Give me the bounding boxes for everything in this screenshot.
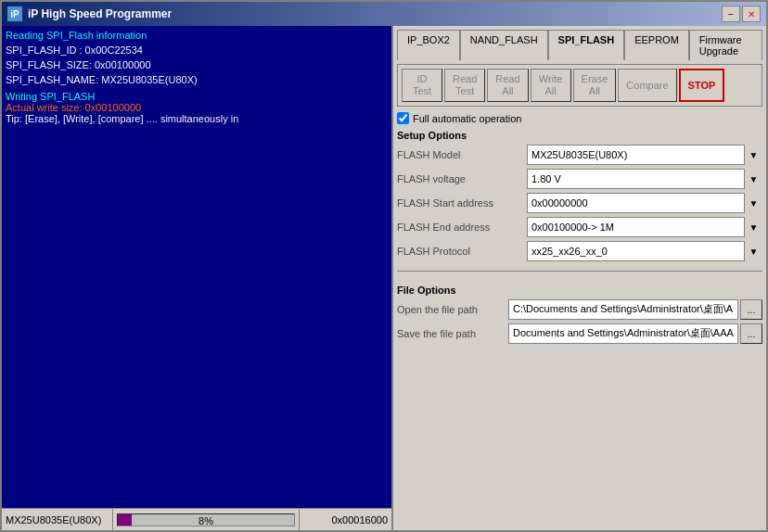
main-window: iP iP High Speed Programmer − ✕ Reading … (0, 0, 768, 532)
flash-end-label: FLASH End address (397, 222, 527, 233)
left-panel: Reading SPI_Flash information SPI_FLASH_… (2, 26, 391, 530)
save-file-browse-button[interactable]: ... (740, 323, 762, 344)
log-line2: SPI_FLASH_SIZE: 0x00100000 (6, 57, 388, 72)
tab-eeprom[interactable]: EEPROM (624, 30, 689, 60)
open-file-path: C:\Documents and Settings\Administrator\… (508, 299, 738, 320)
status-left: MX25U8035E(U80X) (2, 509, 113, 530)
flash-voltage-wrapper: 1.80 V ▼ (527, 169, 762, 189)
flash-model-group: FLASH Model MX25U8035E(U80X) ▼ (397, 145, 762, 165)
read-test-button[interactable]: Read Test (444, 69, 485, 102)
flash-protocol-wrapper: xx25_xx26_xx_0 ▼ (527, 241, 762, 261)
file-options-section: File Options Open the file path C:\Docum… (397, 285, 762, 348)
flash-voltage-label: FLASH voltage (397, 173, 527, 184)
progress-bar: 8% (117, 513, 295, 526)
save-file-group: Save the file path Documents and Setting… (397, 323, 762, 344)
erase-all-button[interactable]: Erase All (573, 69, 617, 102)
title-bar: iP iP High Speed Programmer − ✕ (2, 2, 766, 26)
right-panel: IP_BOX2 NAND_FLASH SPI_FLASH EEPROM Firm… (391, 26, 766, 530)
separator (397, 271, 762, 272)
stop-button[interactable]: STOP (679, 69, 725, 102)
log-area: Reading SPI_Flash information SPI_FLASH_… (2, 26, 391, 508)
flash-model-select[interactable]: MX25U8035E(U80X) (527, 145, 762, 165)
log-line1: SPI_FLASH_ID : 0x00C22534 (6, 43, 388, 57)
window-title: iP High Speed Programmer (28, 7, 716, 20)
flash-protocol-select[interactable]: xx25_xx26_xx_0 (527, 241, 762, 261)
flash-end-wrapper: 0x00100000-> 1M ▼ (527, 217, 762, 237)
flash-start-label: FLASH Start address (397, 197, 527, 209)
flash-protocol-group: FLASH Protocol xx25_xx26_xx_0 ▼ (397, 241, 762, 261)
write-all-button[interactable]: Write All (531, 69, 571, 102)
full-auto-row: Full automatic operation (397, 112, 762, 124)
flash-end-group: FLASH End address 0x00100000-> 1M ▼ (397, 217, 762, 237)
file-options-label: File Options (397, 285, 762, 296)
status-bar: MX25U8035E(U80X) 8% 0x00016000 (2, 508, 391, 530)
log-line3: SPI_FLASH_NAME: MX25U8035E(U80X) (6, 72, 388, 87)
status-right: 0x00016000 (299, 509, 391, 530)
flash-start-group: FLASH Start address 0x00000000 ▼ (397, 193, 762, 213)
open-file-group: Open the file path C:\Documents and Sett… (397, 299, 762, 320)
log-actual-size: Actual write size: 0x00100000 (6, 102, 388, 113)
save-file-path: Documents and Settings\Administrator\桌面\… (508, 323, 738, 344)
flash-voltage-select[interactable]: 1.80 V (527, 169, 762, 189)
tab-ip-box2[interactable]: IP_BOX2 (397, 30, 460, 60)
flash-model-wrapper: MX25U8035E(U80X) ▼ (527, 145, 762, 165)
app-icon: iP (7, 6, 22, 21)
flash-protocol-label: FLASH Protocol (397, 246, 527, 257)
flash-voltage-group: FLASH voltage 1.80 V ▼ (397, 169, 762, 189)
save-file-label: Save the file path (397, 328, 508, 339)
read-all-button[interactable]: Read All (487, 69, 528, 102)
window-controls: − ✕ (722, 6, 761, 22)
full-auto-label: Full automatic operation (413, 113, 521, 124)
action-buttons-bar: ID Test Read Test Read All Write All Era… (397, 64, 762, 107)
flash-model-label: FLASH Model (397, 149, 527, 160)
log-tip: Tip: [Erase], [Write], [compare] .... si… (6, 113, 388, 124)
tab-spi-flash[interactable]: SPI_FLASH (548, 30, 625, 60)
tab-nand-flash[interactable]: NAND_FLASH (460, 30, 548, 60)
compare-button[interactable]: Compare (618, 69, 676, 102)
setup-options-label: Setup Options (397, 130, 762, 141)
close-button[interactable]: ✕ (742, 6, 761, 22)
main-content: Reading SPI_Flash information SPI_FLASH_… (2, 26, 766, 530)
tab-bar: IP_BOX2 NAND_FLASH SPI_FLASH EEPROM Firm… (397, 30, 762, 60)
full-auto-checkbox[interactable] (397, 112, 409, 124)
flash-end-select[interactable]: 0x00100000-> 1M (527, 217, 762, 237)
progress-container: 8% (113, 512, 299, 528)
minimize-button[interactable]: − (722, 6, 740, 22)
log-section2-title: Writing SPI_FLASH (6, 91, 388, 102)
tab-firmware-upgrade[interactable]: Firmware Upgrade (689, 30, 762, 60)
flash-start-select[interactable]: 0x00000000 (527, 193, 762, 213)
open-file-browse-button[interactable]: ... (740, 299, 762, 320)
progress-text: 8% (118, 514, 294, 527)
open-file-label: Open the file path (397, 304, 508, 315)
flash-start-wrapper: 0x00000000 ▼ (527, 193, 762, 213)
id-test-button[interactable]: ID Test (402, 69, 442, 102)
log-section1-title: Reading SPI_Flash information (6, 30, 388, 41)
